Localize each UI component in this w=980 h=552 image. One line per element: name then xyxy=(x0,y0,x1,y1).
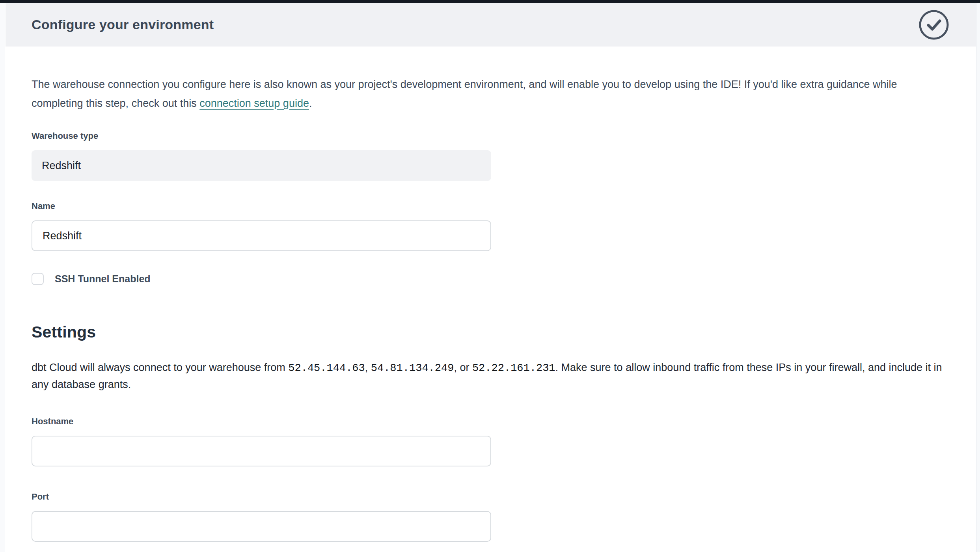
ip-sentence-part1: dbt Cloud will always connect to your wa… xyxy=(32,362,288,373)
intro-paragraph: The warehouse connection you configure h… xyxy=(32,75,917,113)
step-header[interactable]: Configure your environment xyxy=(6,3,976,47)
ssh-tunnel-row: SSH Tunnel Enabled xyxy=(32,273,950,285)
name-group: Name xyxy=(32,201,950,251)
form-body: The warehouse connection you configure h… xyxy=(6,47,976,552)
hostname-group: Hostname xyxy=(32,416,950,466)
hostname-input[interactable] xyxy=(32,436,491,466)
ip-allowlist-paragraph: dbt Cloud will always connect to your wa… xyxy=(32,360,950,393)
port-group: Port xyxy=(32,492,950,542)
left-page-gutter xyxy=(0,3,5,552)
ip-address-3: 52.22.161.231 xyxy=(472,362,555,374)
port-input[interactable] xyxy=(32,511,491,542)
warehouse-type-label: Warehouse type xyxy=(32,131,950,141)
ssh-tunnel-checkbox[interactable] xyxy=(32,273,44,285)
ip-address-1: 52.45.144.63 xyxy=(288,362,365,374)
top-accent-bar xyxy=(0,0,980,3)
check-circle-icon[interactable] xyxy=(918,9,950,41)
ip-address-2: 54.81.134.249 xyxy=(371,362,454,374)
ip-separator-1: , xyxy=(365,362,371,373)
port-label: Port xyxy=(32,492,950,502)
warehouse-type-value: Redshift xyxy=(42,160,81,172)
hostname-label: Hostname xyxy=(32,416,950,427)
right-scroll-gutter xyxy=(976,3,980,552)
name-label: Name xyxy=(32,201,950,211)
connection-setup-guide-link[interactable]: connection setup guide xyxy=(199,97,309,109)
intro-text-after: . xyxy=(309,97,312,109)
warehouse-type-field: Redshift xyxy=(32,150,491,181)
ssh-tunnel-label: SSH Tunnel Enabled xyxy=(55,273,151,285)
page-title: Configure your environment xyxy=(32,17,214,32)
ip-separator-2: , or xyxy=(454,362,472,373)
configure-environment-page: Configure your environment The warehouse… xyxy=(0,0,980,552)
intro-text-before: The warehouse connection you configure h… xyxy=(32,78,897,109)
name-input[interactable] xyxy=(32,220,491,251)
settings-heading: Settings xyxy=(32,323,950,341)
warehouse-type-group: Warehouse type Redshift xyxy=(32,131,950,181)
